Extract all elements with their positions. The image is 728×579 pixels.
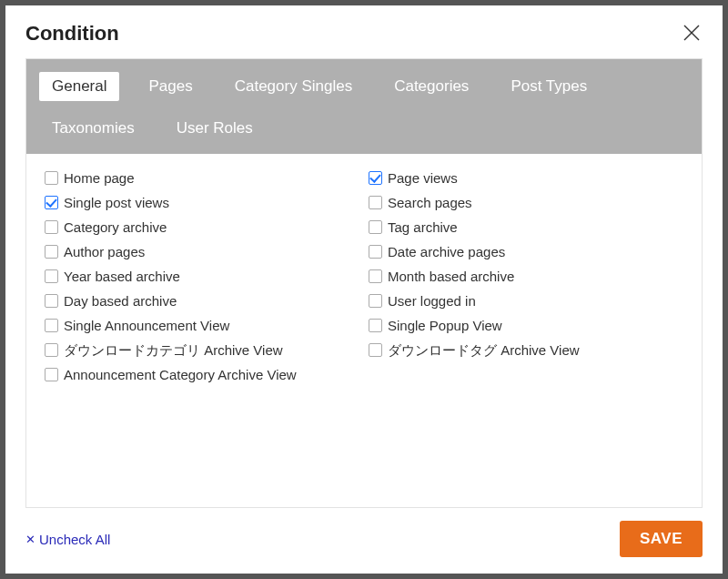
tab-general[interactable]: General: [39, 72, 119, 101]
checkbox[interactable]: [369, 220, 382, 234]
checkbox[interactable]: [45, 319, 58, 332]
checkbox-label: Author pages: [64, 242, 145, 261]
checkbox-label: Single Announcement View: [64, 316, 229, 335]
checkbox[interactable]: [369, 171, 382, 185]
checkbox-row[interactable]: Tag archive: [369, 218, 683, 237]
checkbox-label: ダウンロードカテゴリ Archive View: [64, 340, 283, 360]
tab-category-singles[interactable]: Category Singles: [222, 72, 365, 101]
tab-post-types[interactable]: Post Types: [498, 72, 600, 101]
footer: ✕ Uncheck All SAVE: [25, 521, 703, 557]
checkbox-label: Date archive pages: [388, 242, 505, 261]
checkbox-label: Page views: [388, 168, 458, 188]
x-icon: ✕: [25, 533, 35, 546]
checkbox-row[interactable]: Day based archive: [45, 291, 359, 310]
checkbox-label: ダウンロードタグ Archive View: [388, 340, 580, 360]
modal-title: Condition: [25, 22, 119, 46]
checkbox-row[interactable]: ダウンロードカテゴリ Archive View: [45, 340, 359, 360]
checkbox-label: User logged in: [388, 291, 476, 310]
checkbox[interactable]: [45, 196, 58, 209]
save-button[interactable]: SAVE: [620, 521, 703, 557]
checkbox-row[interactable]: Home page: [45, 168, 359, 188]
checkbox-row[interactable]: Announcement Category Archive View: [45, 365, 359, 384]
checkbox-label: Single post views: [64, 193, 169, 212]
checkbox-label: Single Popup View: [388, 316, 502, 335]
checkbox[interactable]: [45, 220, 58, 234]
checkbox[interactable]: [369, 245, 382, 259]
checkbox[interactable]: [369, 196, 382, 209]
checkbox-row[interactable]: Month based archive: [369, 267, 683, 286]
checkbox[interactable]: [45, 343, 58, 357]
checkbox-row[interactable]: Author pages: [45, 242, 359, 261]
checkbox-row[interactable]: Page views: [369, 168, 683, 188]
checkbox[interactable]: [45, 269, 58, 283]
checkbox-label: Announcement Category Archive View: [64, 365, 297, 384]
uncheck-all-label: Uncheck All: [39, 532, 110, 547]
checkbox[interactable]: [45, 294, 58, 308]
tab-body: Home pageSingle post viewsCategory archi…: [26, 154, 702, 507]
checkbox-row[interactable]: Single Popup View: [369, 316, 683, 335]
uncheck-all-link[interactable]: ✕ Uncheck All: [25, 532, 110, 547]
checkbox-row[interactable]: Single Announcement View: [45, 316, 359, 335]
condition-modal: Condition GeneralPagesCategory SinglesCa…: [5, 5, 723, 574]
checkbox[interactable]: [369, 269, 382, 283]
checkbox[interactable]: [45, 245, 58, 259]
checkbox-label: Category archive: [64, 218, 167, 237]
checkbox[interactable]: [369, 343, 382, 357]
checkbox[interactable]: [45, 368, 58, 381]
tab-pages[interactable]: Pages: [136, 72, 205, 101]
modal-header: Condition: [25, 22, 703, 46]
close-icon: [681, 22, 703, 44]
content-wrap: GeneralPagesCategory SinglesCategoriesPo…: [25, 58, 703, 508]
checkbox-column-right: Page viewsSearch pagesTag archiveDate ar…: [369, 168, 683, 493]
checkbox-label: Home page: [64, 168, 135, 188]
tab-taxonomies[interactable]: Taxonomies: [39, 114, 147, 143]
checkbox[interactable]: [45, 171, 58, 185]
checkbox-label: Month based archive: [388, 267, 514, 286]
close-button[interactable]: [681, 22, 703, 44]
checkbox-label: Day based archive: [64, 291, 177, 310]
checkbox-row[interactable]: User logged in: [369, 291, 683, 310]
checkbox-label: Year based archive: [64, 267, 180, 286]
checkbox-column-left: Home pageSingle post viewsCategory archi…: [45, 168, 359, 493]
tab-user-roles[interactable]: User Roles: [164, 114, 266, 143]
checkbox[interactable]: [369, 294, 382, 308]
tab-categories[interactable]: Categories: [381, 72, 481, 101]
checkbox-row[interactable]: Single post views: [45, 193, 359, 212]
checkbox-row[interactable]: Category archive: [45, 218, 359, 237]
checkbox-label: Search pages: [388, 193, 472, 212]
checkbox-label: Tag archive: [388, 218, 458, 237]
checkbox-row[interactable]: ダウンロードタグ Archive View: [369, 340, 683, 360]
tabs: GeneralPagesCategory SinglesCategoriesPo…: [26, 59, 702, 154]
checkbox-row[interactable]: Search pages: [369, 193, 683, 212]
checkbox-row[interactable]: Date archive pages: [369, 242, 683, 261]
checkbox[interactable]: [369, 319, 382, 332]
checkbox-row[interactable]: Year based archive: [45, 267, 359, 286]
